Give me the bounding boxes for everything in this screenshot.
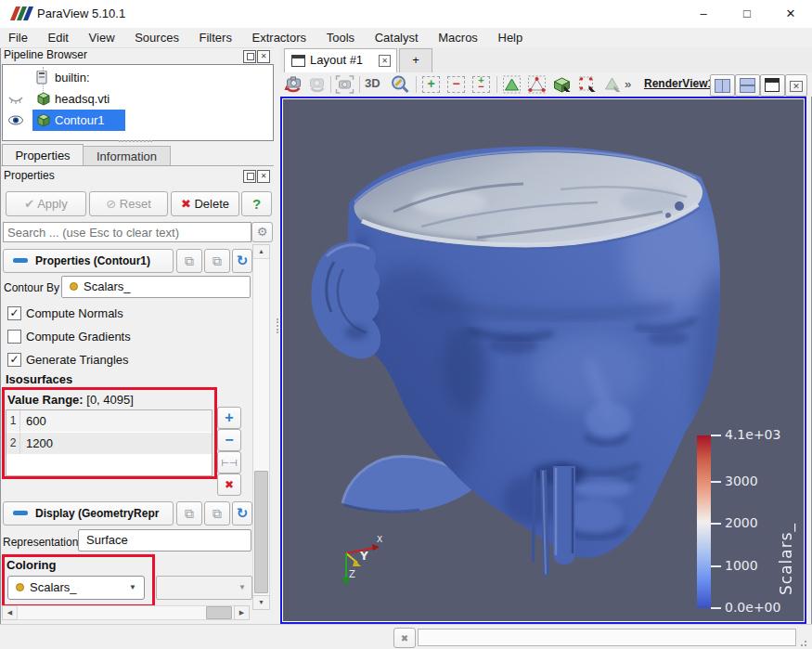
compute-gradients-checkbox[interactable] [7, 330, 21, 344]
delete-all-values-button[interactable]: ✖ [217, 474, 241, 496]
select-cells-on-icon[interactable]: + [420, 74, 442, 95]
menu-edit[interactable]: Edit [40, 28, 77, 47]
remove-value-button[interactable]: − [217, 429, 241, 451]
visibility-on-icon[interactable] [7, 114, 24, 126]
main-splitter[interactable] [274, 47, 280, 624]
menu-catalyst[interactable]: Catalyst [367, 28, 427, 47]
table-row[interactable]: 1 600 [6, 410, 212, 433]
pipeline-item-contour1[interactable]: Contour1 [3, 110, 273, 131]
component-dropdown[interactable]: ▼ [156, 576, 252, 600]
paste-display-button[interactable]: ⧉ [204, 501, 230, 526]
hscrollbar-left-button[interactable]: ◀ [2, 605, 18, 620]
menu-extractors[interactable]: Extractors [244, 28, 316, 47]
select-points-through-icon[interactable] [576, 74, 598, 95]
interactive-select-cells-icon[interactable] [601, 74, 623, 95]
zoom-to-data-icon[interactable] [390, 74, 411, 95]
menu-view[interactable]: View [81, 28, 123, 47]
add-range-button[interactable]: ⊢⊣ [217, 451, 241, 474]
reset-button[interactable]: ⊘ Reset [89, 191, 168, 216]
reset-label: Reset [120, 197, 151, 211]
select-cells-polygon-icon[interactable] [501, 74, 522, 95]
table-row[interactable]: 2 1200 [6, 433, 212, 455]
pipeline-close-icon[interactable]: ✕ [257, 50, 270, 63]
pipeline-item-label: headsq.vti [55, 88, 110, 110]
generate-triangles-checkbox[interactable]: ✓ [7, 353, 21, 367]
search-options-button[interactable]: ⚙ [251, 222, 273, 242]
tab-close-icon[interactable]: ✕ [379, 55, 391, 67]
tab-layout1[interactable]: Layout #1 ✕ [284, 48, 397, 72]
scrollbar-down-button[interactable]: ▼ [252, 595, 270, 610]
resize-grip[interactable] [800, 640, 807, 647]
pipeline-item-builtin[interactable]: builtin: [3, 67, 273, 88]
toolbar-overflow-icon[interactable]: » [625, 77, 631, 91]
close-view-button[interactable]: ✕ [785, 74, 807, 97]
compute-normals-label: Compute Normals [26, 306, 123, 320]
scrollbar-up-button[interactable]: ▲ [252, 244, 270, 259]
add-value-button[interactable]: + [217, 407, 241, 429]
menu-tools[interactable]: Tools [318, 28, 363, 47]
render-view-canvas[interactable]: X Y Z 4.1e+03 3000 2000 1000 0.0e+00 Sca… [282, 98, 805, 622]
deselect-cells-icon[interactable]: − [445, 74, 467, 95]
help-button[interactable]: ? [241, 191, 272, 216]
copy-properties-button[interactable]: ⧉ [176, 249, 202, 273]
title-bar: ParaView 5.10.1 – □ ✕ [0, 0, 812, 29]
section-display[interactable]: Display (GeometryRepr [3, 501, 174, 526]
select-cells-through-icon[interactable] [551, 74, 573, 95]
coloring-dropdown[interactable]: Scalars_ ▼ [7, 576, 145, 600]
compute-normals-checkbox[interactable]: ✓ [7, 306, 21, 320]
properties-float-icon[interactable] [243, 170, 256, 183]
abort-progress-button[interactable]: ✖ [393, 628, 416, 648]
render-view-title[interactable]: RenderView1 [644, 77, 714, 90]
toolbar-separator [496, 76, 497, 93]
range-icon: ⊢⊣ [221, 458, 237, 468]
delete-button[interactable]: ✖ Delete [171, 191, 239, 216]
menu-file[interactable]: File [0, 28, 36, 47]
properties-close-icon[interactable]: ✕ [257, 170, 270, 183]
paste-properties-button[interactable]: ⧉ [204, 249, 230, 273]
search-input[interactable] [3, 222, 251, 242]
tab-properties[interactable]: Properties [2, 144, 84, 166]
reload-display-button[interactable]: ↻ [232, 501, 252, 526]
close-button[interactable]: ✕ [772, 0, 809, 27]
tab-information[interactable]: Information [83, 146, 171, 166]
axis-y-label: Y [359, 550, 368, 563]
hscrollbar-thumb[interactable] [206, 606, 232, 619]
maximize-button[interactable]: □ [728, 0, 766, 27]
toggle-3d-2d-button[interactable]: 3D [365, 76, 380, 90]
hscrollbar-track[interactable] [17, 605, 235, 620]
minimize-button[interactable]: – [685, 0, 722, 27]
apply-button[interactable]: ✔ Apply [6, 191, 86, 216]
row-value[interactable]: 600 [26, 410, 46, 432]
menu-help[interactable]: Help [490, 28, 532, 47]
value-range: Value Range: [0, 4095] [7, 393, 134, 407]
menu-sources[interactable]: Sources [126, 28, 187, 47]
section-properties-contour[interactable]: Properties (Contour1) [3, 249, 174, 273]
contour-by-dropdown[interactable]: Scalars_ [61, 276, 251, 298]
split-horizontal-button[interactable] [710, 74, 735, 97]
reload-properties-button[interactable]: ↻ [232, 249, 252, 273]
scrollbar-thumb[interactable] [254, 471, 268, 593]
representation-dropdown[interactable]: Surface [78, 529, 251, 552]
reset-icon: ⊘ [106, 197, 116, 211]
camera-undo-icon[interactable] [283, 74, 304, 95]
progress-bar [418, 629, 796, 646]
select-points-polygon-icon[interactable] [526, 74, 548, 95]
row-value[interactable]: 1200 [26, 433, 53, 454]
maximize-view-button[interactable] [760, 74, 785, 97]
render-view[interactable]: X Y Z 4.1e+03 3000 2000 1000 0.0e+00 Sca… [280, 97, 806, 624]
pipeline-float-icon[interactable] [243, 50, 256, 63]
help-icon: ? [252, 196, 261, 212]
hscrollbar-right-button[interactable]: ▶ [234, 605, 250, 620]
camera-redo-icon[interactable] [306, 74, 328, 95]
split-vertical-button[interactable] [735, 74, 760, 97]
pipeline-item-headsq[interactable]: headsq.vti [3, 88, 273, 110]
menu-filters[interactable]: Filters [191, 28, 240, 47]
new-layout-tab[interactable]: + [399, 48, 432, 72]
capture-screenshot-icon[interactable] [334, 74, 355, 95]
coloring-value: Scalars_ [30, 580, 77, 594]
copy-display-button[interactable]: ⧉ [176, 501, 202, 526]
panel-splitter-handle[interactable] [119, 140, 152, 145]
visibility-off-icon[interactable] [7, 95, 24, 105]
toggle-select-cells-icon[interactable]: +− [470, 74, 492, 95]
menu-macros[interactable]: Macros [430, 28, 486, 47]
